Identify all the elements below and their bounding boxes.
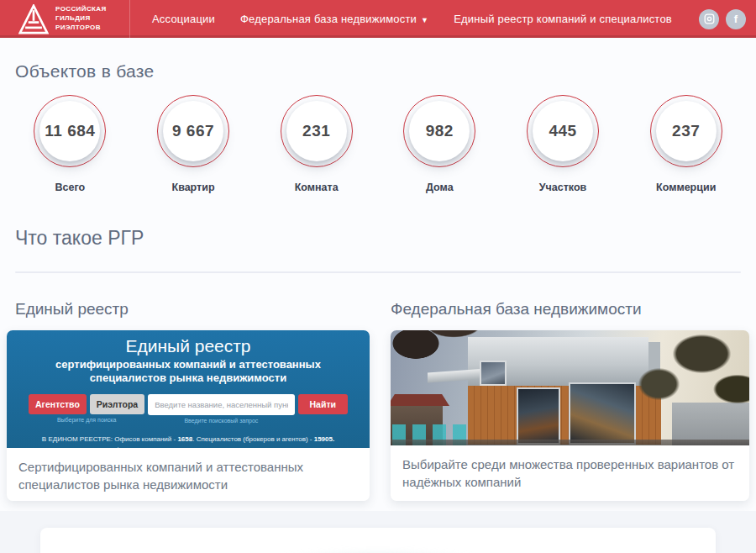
registry-card: Единый реестр сертифицированных компаний… xyxy=(7,330,370,501)
offices-count: 1658 xyxy=(177,435,192,443)
about-rgr-section: Что такое РГР xyxy=(0,227,756,273)
bottom-card xyxy=(40,528,716,553)
house-photo xyxy=(391,330,749,445)
realtor-toggle-button[interactable]: Риэлтора xyxy=(90,394,144,414)
stat-label: Всего xyxy=(55,182,86,193)
nav-item-federal-base[interactable]: Федеральная база недвижимости ▼ xyxy=(240,13,428,25)
rgr-logo-text: РОССИЙСКАЯ ГИЛЬДИЯ РИЭЛТОРОВ xyxy=(55,5,107,32)
registry-banner-subtitle: сертифицированных компаний и аттестованн… xyxy=(50,358,327,386)
certified-agencies-link[interactable]: Списки сертифицированных агентств по рег… xyxy=(57,446,320,456)
social-links: f xyxy=(699,0,756,38)
stat-label: Квартир xyxy=(172,182,215,193)
registry-banner-title: Единый реестр xyxy=(7,336,370,356)
stat-rooms: 231 Комната xyxy=(255,95,378,193)
specialists-count: 15905. xyxy=(314,435,334,443)
main-nav: Ассоциации Федеральная база недвижимости… xyxy=(152,0,699,38)
about-title: Что такое РГР xyxy=(15,227,756,250)
registry-counts-line: В ЕДИНОМ РЕЕСТРЕ: Офисов компаний - 1658… xyxy=(7,435,370,443)
registry-search-input[interactable] xyxy=(148,394,294,415)
federal-base-column: Федеральная база недвижимости Выбирайте … xyxy=(391,300,749,501)
nav-item-registry[interactable]: Единый реестр компаний и специалистов xyxy=(454,13,672,25)
registry-section-title: Единый реестр xyxy=(15,300,370,319)
registry-banner: Единый реестр сертифицированных компаний… xyxy=(7,330,370,448)
bottom-section xyxy=(0,511,756,553)
input-hint: Введите поисковый запрос xyxy=(184,418,258,424)
agency-toggle-button[interactable]: Агентство xyxy=(29,394,87,414)
stat-value: 231 xyxy=(302,122,330,140)
top-navbar: РОССИЙСКАЯ ГИЛЬДИЯ РИЭЛТОРОВ Ассоциации … xyxy=(0,0,756,38)
stat-flats: 9 667 Квартир xyxy=(132,95,255,193)
rgr-logo-icon xyxy=(18,4,49,34)
nav-item-associations[interactable]: Ассоциации xyxy=(152,13,215,25)
stats-title: Объектов в базе xyxy=(15,61,756,82)
toggle-hint: Выберите для поиска xyxy=(57,417,116,423)
stat-value: 982 xyxy=(426,122,454,140)
search-button[interactable]: Найти xyxy=(298,394,348,414)
chevron-down-icon: ▼ xyxy=(421,16,428,24)
facebook-icon[interactable]: f xyxy=(726,9,746,29)
instagram-icon[interactable] xyxy=(699,9,719,29)
stat-total: 11 684 Всего xyxy=(8,95,132,193)
registry-search-form: Агентство Риэлтора Выберите для поиска В… xyxy=(29,394,348,424)
stat-value: 237 xyxy=(672,122,700,140)
stats-row: 11 684 Всего 9 667 Квартир 231 Комната 9… xyxy=(0,95,756,193)
stat-value: 9 667 xyxy=(172,122,214,140)
stat-houses: 982 Дома xyxy=(378,95,501,193)
feature-cards-row: Единый реестр Единый реестр сертифициров… xyxy=(0,300,756,501)
section-divider xyxy=(15,271,741,273)
federal-base-section-title: Федеральная база недвижимости xyxy=(391,300,749,319)
stat-value: 445 xyxy=(549,122,576,140)
stat-value: 11 684 xyxy=(45,122,95,140)
objects-stats-section: Объектов в базе 11 684 Всего 9 667 Кварт… xyxy=(0,38,756,193)
federal-base-card[interactable]: Выбирайте среди множества проверенных ва… xyxy=(391,330,749,501)
stat-commercial: 237 Коммерции xyxy=(624,95,748,193)
stat-label: Комната xyxy=(295,182,339,193)
registry-column: Единый реестр Единый реестр сертифициров… xyxy=(7,300,370,501)
rgr-logo[interactable]: РОССИЙСКАЯ ГИЛЬДИЯ РИЭЛТОРОВ xyxy=(0,0,130,38)
stat-label: Участков xyxy=(539,182,586,193)
stat-label: Коммерции xyxy=(656,182,716,193)
stat-label: Дома xyxy=(426,182,454,193)
stat-plots: 445 Участков xyxy=(501,95,625,193)
decorative-mist-image xyxy=(189,535,567,553)
federal-base-card-caption: Выбирайте среди множества проверенных ва… xyxy=(391,445,749,501)
